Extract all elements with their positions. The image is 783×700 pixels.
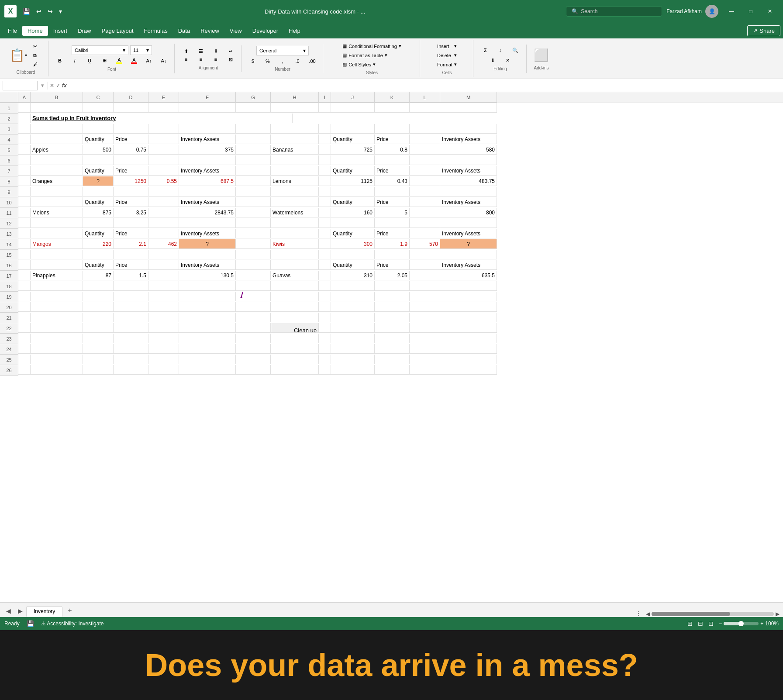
cell-i5[interactable] — [319, 145, 331, 155]
cell-i17[interactable] — [319, 271, 331, 280]
cell-i4[interactable] — [319, 134, 331, 144]
cell-i16[interactable] — [319, 260, 331, 270]
cell-d15[interactable] — [114, 250, 148, 259]
cell-k10[interactable]: Price — [375, 197, 410, 207]
cell-m14[interactable]: ? — [440, 239, 497, 249]
cleanup-button[interactable]: Clean up this mess! — [271, 323, 319, 333]
cell-j3[interactable] — [331, 124, 375, 134]
cell-j16[interactable]: Quantity — [331, 260, 375, 270]
cut-button[interactable]: ✂ — [31, 42, 45, 51]
menu-view[interactable]: View — [224, 26, 247, 36]
comma-button[interactable]: , — [276, 57, 290, 65]
cell-f14[interactable]: ? — [179, 239, 236, 249]
cell-b9[interactable] — [31, 187, 83, 197]
cell-b10[interactable] — [31, 197, 83, 207]
cell-f1[interactable] — [179, 103, 236, 113]
cell-d12[interactable] — [114, 218, 148, 228]
cell-h11[interactable]: Watermelons — [271, 208, 319, 217]
cell-h4[interactable] — [271, 134, 319, 144]
align-left-button[interactable]: ≡ — [179, 55, 193, 64]
cell-l15[interactable] — [410, 250, 440, 259]
page-layout-view-button[interactable]: ⊟ — [696, 619, 705, 628]
cell-e14[interactable]: 462 — [148, 239, 179, 249]
cell-g4[interactable] — [236, 134, 271, 144]
cell-c11[interactable]: 875 — [83, 208, 114, 217]
cell-c17[interactable]: 87 — [83, 271, 114, 280]
cell-b1[interactable] — [31, 103, 83, 113]
menu-help[interactable]: Help — [283, 26, 306, 36]
cell-j10[interactable]: Quantity — [331, 197, 375, 207]
cell-g6[interactable] — [236, 155, 271, 165]
cell-j7[interactable]: Quantity — [331, 166, 375, 176]
cell-g5[interactable] — [236, 145, 271, 155]
insert-button[interactable]: Insert▾ — [435, 42, 459, 50]
cell-i1[interactable] — [319, 103, 331, 113]
cell-c9[interactable] — [83, 187, 114, 197]
cell-h13[interactable] — [271, 229, 319, 238]
cell-l1[interactable] — [410, 103, 440, 113]
cell-e16[interactable] — [148, 260, 179, 270]
cell-b11[interactable]: Melons — [31, 208, 83, 217]
cell-i14[interactable] — [319, 239, 331, 249]
bold-button[interactable]: B — [53, 57, 67, 65]
cell-j9[interactable] — [331, 187, 375, 197]
menu-data[interactable]: Data — [173, 26, 195, 36]
cell-k7[interactable]: Price — [375, 166, 410, 176]
cell-b5[interactable]: Apples — [31, 145, 83, 155]
zoom-slider[interactable] — [724, 622, 759, 625]
cell-j8[interactable]: 1125 — [331, 176, 375, 186]
cell-k3[interactable] — [375, 124, 410, 134]
cell-k17[interactable]: 2.05 — [375, 271, 410, 280]
cell-i12[interactable] — [319, 218, 331, 228]
minimize-button[interactable]: — — [723, 4, 740, 18]
cell-i6[interactable] — [319, 155, 331, 165]
cell-a16[interactable] — [18, 260, 31, 270]
scroll-left-button[interactable]: ◀ — [646, 611, 650, 617]
cell-k12[interactable] — [375, 218, 410, 228]
cell-i11[interactable] — [319, 208, 331, 217]
cell-a13[interactable] — [18, 229, 31, 238]
cell-a10[interactable] — [18, 197, 31, 207]
cell-b16[interactable] — [31, 260, 83, 270]
cell-a3[interactable] — [18, 124, 31, 134]
cell-b14[interactable]: Mangos — [31, 239, 83, 249]
redo-icon[interactable]: ↪ — [46, 6, 55, 17]
delete-button[interactable]: Delete▾ — [435, 51, 459, 59]
cell-i15[interactable] — [319, 250, 331, 259]
cell-e13[interactable] — [148, 229, 179, 238]
cell-c12[interactable] — [83, 218, 114, 228]
normal-view-button[interactable]: ⊞ — [686, 619, 694, 628]
cell-m8[interactable]: 483.75 — [440, 176, 497, 186]
cell-b13[interactable] — [31, 229, 83, 238]
cell-h1[interactable] — [271, 103, 319, 113]
cell-d13[interactable]: Price — [114, 229, 148, 238]
cell-j17[interactable]: 310 — [331, 271, 375, 280]
cell-j5[interactable]: 725 — [331, 145, 375, 155]
cell-a12[interactable] — [18, 218, 31, 228]
cell-e15[interactable] — [148, 250, 179, 259]
cell-i7[interactable] — [319, 166, 331, 176]
col-header-c[interactable]: C — [83, 92, 114, 103]
col-header-i[interactable]: I — [319, 92, 331, 103]
col-header-k[interactable]: K — [375, 92, 410, 103]
cell-g9[interactable] — [236, 187, 271, 197]
col-header-l[interactable]: L — [410, 92, 440, 103]
percent-button[interactable]: % — [261, 57, 275, 65]
cell-j15[interactable] — [331, 250, 375, 259]
cell-h16[interactable] — [271, 260, 319, 270]
name-box-dropdown[interactable]: ▾ — [41, 82, 44, 89]
close-button[interactable]: ✕ — [761, 4, 779, 18]
cell-a8[interactable] — [18, 176, 31, 186]
cell-d17[interactable]: 1.5 — [114, 271, 148, 280]
addins-button[interactable]: ⬜ — [531, 47, 552, 64]
cell-d1[interactable] — [114, 103, 148, 113]
cell-g7[interactable] — [236, 166, 271, 176]
cell-b6[interactable] — [31, 155, 83, 165]
cell-d3[interactable] — [114, 124, 148, 134]
cell-a7[interactable] — [18, 166, 31, 176]
cell-d8[interactable]: 1250 — [114, 176, 148, 186]
cell-b3[interactable] — [31, 124, 83, 134]
menu-page-layout[interactable]: Page Layout — [97, 26, 139, 36]
cell-k5[interactable]: 0.8 — [375, 145, 410, 155]
cell-h14[interactable]: Kiwis — [271, 239, 319, 249]
